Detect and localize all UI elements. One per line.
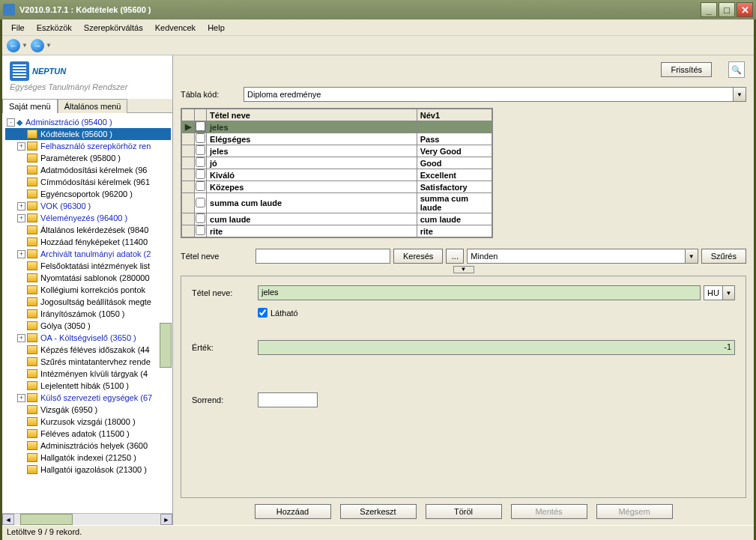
tree-expander[interactable]: + — [17, 142, 25, 151]
splitter-handle[interactable]: ▼ — [178, 265, 749, 274]
tree-item[interactable]: Címmódosítási kérelmek (961 — [5, 176, 171, 188]
table-code-combo[interactable]: ▼ — [244, 87, 746, 102]
cell-name[interactable]: jeles — [207, 145, 417, 157]
tree-item[interactable]: Általános lekérdezések (9840 — [5, 224, 171, 236]
edit-button[interactable]: Szerkeszt — [340, 504, 417, 519]
visible-checkbox[interactable] — [258, 308, 267, 318]
filter-combo[interactable]: ▼ — [467, 249, 698, 264]
language-selector[interactable]: ▼ — [704, 285, 735, 300]
menu-help[interactable]: Help — [202, 22, 231, 34]
browse-button[interactable]: ... — [446, 249, 464, 264]
close-button[interactable]: ✕ — [737, 2, 753, 17]
table-row[interactable]: riterite — [182, 225, 492, 237]
chevron-down-icon[interactable]: ▼ — [723, 285, 735, 300]
order-input[interactable] — [258, 392, 318, 407]
maximize-button[interactable]: □ — [719, 2, 735, 17]
table-row[interactable]: cum laudecum laude — [182, 213, 492, 225]
cell-name[interactable]: cum laude — [207, 213, 417, 225]
add-button[interactable]: Hozzáad — [255, 504, 331, 519]
row-header[interactable] — [182, 145, 195, 157]
cell-name[interactable]: Közepes — [207, 181, 417, 193]
row-header[interactable]: ▶ — [182, 121, 195, 133]
table-row[interactable]: ▶jeles — [182, 121, 492, 133]
delete-button[interactable]: Töröl — [426, 504, 502, 519]
row-checkbox[interactable] — [196, 198, 205, 207]
tree-item[interactable]: Hozzáad fényképeket (11400 — [5, 236, 171, 248]
row-header[interactable] — [182, 213, 195, 225]
search-input[interactable] — [255, 249, 390, 264]
tree-item[interactable]: Intézményen kívüli tárgyak (4 — [5, 368, 171, 380]
tab-general-menu[interactable]: Általános menü — [58, 99, 128, 113]
row-checkbox[interactable] — [196, 157, 205, 167]
value-field[interactable]: -1 — [258, 340, 735, 355]
cell-name[interactable]: rite — [207, 225, 417, 237]
row-header[interactable] — [182, 157, 195, 169]
tree-item[interactable]: Hallgatói igazolások (21300 ) — [5, 464, 171, 476]
cell-name1[interactable]: Satisfactory — [417, 181, 492, 193]
tree-item[interactable]: +Véleményezés (96400 ) — [5, 212, 171, 224]
row-header[interactable] — [182, 225, 195, 237]
menu-tools[interactable]: Eszközök — [31, 22, 78, 34]
row-checkbox[interactable] — [196, 169, 205, 179]
tree-expander[interactable]: + — [17, 334, 25, 342]
table-row[interactable]: jelesVery Good — [182, 145, 492, 157]
row-checkbox[interactable] — [196, 145, 205, 155]
row-header[interactable] — [182, 181, 195, 193]
cancel-button[interactable]: Mégsem — [596, 504, 673, 519]
row-checkbox[interactable] — [196, 121, 205, 131]
tree-expander[interactable]: + — [17, 250, 25, 258]
chevron-down-icon[interactable]: ▼ — [734, 87, 746, 102]
cell-name[interactable]: Elégséges — [207, 133, 417, 145]
language-input[interactable] — [704, 285, 723, 300]
cell-name[interactable]: Kiváló — [207, 169, 417, 181]
tree-view[interactable]: -◆Adminisztráció (95400 )Kódtételek (956… — [2, 113, 172, 513]
tree-item[interactable]: Felsőoktatási intézmények list — [5, 260, 171, 272]
tab-own-menu[interactable]: Saját menü — [2, 99, 58, 113]
tree-item[interactable]: Kollégiumi korrekciós pontok — [5, 284, 171, 296]
cell-name1[interactable]: cum laude — [417, 213, 492, 225]
cell-name1[interactable]: summa cum laude — [417, 193, 492, 213]
tree-item[interactable]: +Archivált tanulmányi adatok (2 — [5, 248, 171, 260]
tree-item[interactable]: Hallgatók indexei (21250 ) — [5, 452, 171, 464]
detail-name-field[interactable]: jeles — [258, 285, 701, 300]
tree-expander[interactable]: - — [7, 118, 15, 127]
tree-item[interactable]: Irányítószámok (1050 ) — [5, 308, 171, 320]
tree-expander[interactable]: + — [17, 214, 25, 222]
tree-item[interactable]: Szűrés mintatantervhez rende — [5, 356, 171, 368]
tree-item[interactable]: +Külső szervezeti egységek (67 — [5, 392, 171, 404]
cell-name[interactable]: jeles — [207, 121, 417, 133]
cell-name1[interactable] — [417, 121, 492, 133]
tree-item[interactable]: Kurzusok vizsgái (18000 ) — [5, 416, 171, 428]
filter-button[interactable]: Szűrés — [701, 249, 746, 264]
cell-name[interactable]: jó — [207, 157, 417, 169]
row-header[interactable] — [182, 133, 195, 145]
row-checkbox[interactable] — [196, 225, 205, 235]
cell-name[interactable]: summa cum laude — [207, 193, 417, 213]
table-row[interactable]: jóGood — [182, 157, 492, 169]
tree-item[interactable]: Adatmódosítási kérelmek (96 — [5, 164, 171, 176]
tree-item[interactable]: Vizsgák (6950 ) — [5, 404, 171, 416]
row-checkbox[interactable] — [196, 213, 205, 223]
menu-favorites[interactable]: Kedvencek — [149, 22, 202, 34]
menu-role-switch[interactable]: Szerepkörváltás — [78, 22, 149, 34]
table-row[interactable]: summa cum laudesumma cum laude — [182, 193, 492, 213]
tree-item[interactable]: Egyéncsoportok (96200 ) — [5, 188, 171, 200]
search-button[interactable]: Keresés — [393, 249, 443, 264]
code-items-grid[interactable]: Tétel neveNév1▶jelesElégségesPassjelesVe… — [181, 108, 493, 238]
tree-item[interactable]: Kódtételek (95600 ) — [5, 128, 171, 140]
tree-horizontal-scrollbar[interactable]: ◄► — [2, 513, 172, 525]
save-button[interactable]: Mentés — [511, 504, 587, 519]
tree-item[interactable]: -◆Adminisztráció (95400 ) — [5, 116, 171, 128]
tree-item[interactable]: Féléves adatok (11500 ) — [5, 428, 171, 440]
tree-item[interactable]: Paraméterek (95800 ) — [5, 152, 171, 164]
tree-item[interactable]: Nyomtatási sablonok (280000 — [5, 272, 171, 284]
menu-file[interactable]: File — [5, 22, 31, 34]
nav-forward-button[interactable]: →▼ — [31, 37, 52, 54]
tree-scrollbar-thumb[interactable] — [160, 323, 172, 368]
table-code-input[interactable] — [244, 87, 734, 102]
nav-back-button[interactable]: ←▼ — [7, 37, 28, 54]
tree-item[interactable]: Képzés féléves időszakok (44 — [5, 344, 171, 356]
row-header[interactable] — [182, 193, 195, 213]
cell-name1[interactable]: Pass — [417, 133, 492, 145]
tree-item[interactable]: Lejelentett hibák (5100 ) — [5, 380, 171, 392]
